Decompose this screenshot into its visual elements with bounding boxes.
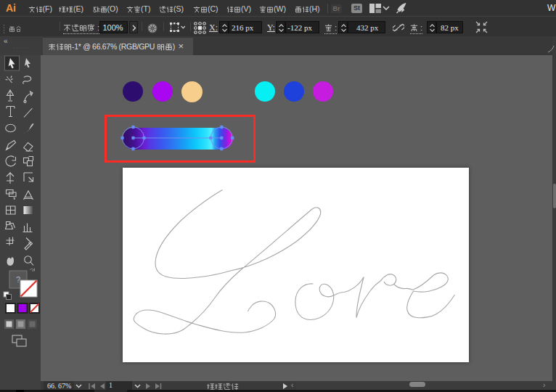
svg-text:?: ?	[16, 275, 20, 284]
